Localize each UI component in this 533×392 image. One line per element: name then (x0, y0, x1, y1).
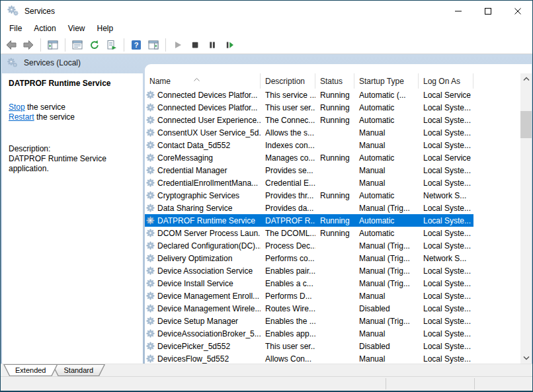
scroll-up-arrow-icon[interactable] (520, 73, 532, 85)
service-gear-icon (146, 128, 155, 137)
restart-service-line: Restart the service (9, 112, 136, 122)
service-description-cell: Credential E... (261, 176, 315, 189)
service-startup-type-cell: Automatic (354, 189, 419, 202)
service-description-cell: Performs D... (261, 290, 315, 302)
table-row[interactable]: Connected Devices Platfor...This user se… (145, 101, 473, 114)
service-startup-type-cell: Automatic (354, 101, 419, 114)
table-row[interactable]: CredentialEnrollmentMana...Credential E.… (145, 176, 473, 189)
back-icon[interactable] (3, 38, 19, 52)
table-row[interactable]: Data Sharing ServiceProvides da...Manual… (145, 202, 473, 214)
service-status-cell (315, 264, 354, 277)
service-startup-type-cell: Manual (Trig... (354, 252, 419, 264)
toolbar-separator (124, 38, 124, 52)
services-scope-icon (7, 58, 19, 68)
service-description-cell: This user ser... (261, 101, 315, 114)
table-row[interactable]: Credential ManagerProvides se...ManualLo… (145, 164, 473, 176)
service-logon-cell: Local Syste... (419, 101, 473, 114)
column-header-status[interactable]: Status (315, 73, 354, 89)
table-row[interactable]: DevicePicker_5d552This user ser...Disabl… (145, 340, 473, 352)
table-row[interactable]: Device Association ServiceEnables pair..… (145, 264, 473, 277)
service-gear-icon (146, 354, 155, 363)
restart-service-link[interactable]: Restart (9, 112, 34, 122)
maximize-button[interactable] (473, 1, 503, 21)
statusbar-divider (474, 378, 475, 389)
menu-view[interactable]: View (62, 22, 91, 35)
toolbar-separator (65, 38, 65, 52)
column-header-description[interactable]: Description (261, 73, 315, 89)
table-row[interactable]: Device Management Wirele...Routes Wire..… (145, 302, 473, 315)
table-row[interactable]: Connected User Experience...The Connec..… (145, 114, 473, 126)
menu-file[interactable]: File (3, 22, 28, 35)
column-header-startup-type[interactable]: Startup Type (354, 73, 419, 89)
service-name-cell: Connected User Experience... (145, 114, 261, 126)
menu-action[interactable]: Action (28, 22, 62, 35)
restart-suffix-text: the service (34, 112, 75, 122)
service-status-cell: Running (315, 189, 354, 202)
service-description-cell: This service ... (261, 89, 315, 101)
column-header-name[interactable]: Name (145, 73, 261, 89)
scrollbar-thumb[interactable] (520, 111, 532, 138)
services-app-icon (7, 5, 20, 17)
service-name-cell: Device Management Enroll... (145, 290, 261, 302)
column-header-log-on-as[interactable]: Log On As (419, 73, 473, 89)
service-description-cell: Enables the ... (261, 315, 315, 327)
pause-service-icon[interactable] (204, 38, 220, 52)
table-row[interactable]: Device Setup ManagerEnables the ...Manua… (145, 315, 473, 327)
export-list-icon[interactable] (104, 38, 120, 52)
refresh-icon[interactable] (87, 38, 102, 52)
table-row[interactable]: Connected Devices Platfor...This service… (145, 89, 473, 101)
service-status-cell (315, 327, 354, 340)
service-logon-cell: Local Syste... (419, 327, 473, 340)
service-gear-icon (146, 204, 155, 212)
service-logon-cell: Local Syste... (419, 227, 473, 239)
service-gear-icon (146, 292, 155, 300)
service-name-cell: DevicesFlow_5d552 (145, 352, 261, 364)
table-row[interactable]: DATPROF Runtime ServiceDATPROF R...Runni… (145, 214, 473, 227)
scroll-down-arrow-icon[interactable] (520, 352, 532, 364)
vertical-scrollbar[interactable] (520, 73, 532, 364)
restart-service-icon[interactable] (222, 38, 237, 52)
tab-label: Extended (4, 365, 57, 375)
show-console-tree-icon[interactable] (45, 38, 61, 52)
table-row[interactable]: CoreMessagingManages co...RunningAutomat… (145, 151, 473, 164)
table-row[interactable]: Delivery OptimizationPerforms co...Manua… (145, 252, 473, 264)
service-description-cell: Allows Con... (261, 352, 315, 364)
service-startup-type-cell: Manual (354, 352, 419, 364)
stop-service-icon[interactable] (187, 38, 203, 52)
start-service-icon[interactable] (170, 38, 186, 52)
table-row[interactable]: Declared Configuration(DC)...Process Dec… (145, 239, 473, 252)
table-row[interactable]: DevicesFlow_5d552Allows Con...ManualLoca… (145, 352, 473, 364)
tab-standard[interactable]: Standard (52, 364, 105, 376)
table-row[interactable]: Contact Data_5d552Indexes con...ManualLo… (145, 139, 473, 151)
forward-icon[interactable] (20, 38, 36, 52)
selected-service-title: DATPROF Runtime Service (9, 79, 136, 88)
tab-extended[interactable]: Extended (3, 364, 58, 376)
service-name-cell: Declared Configuration(DC)... (145, 239, 261, 252)
table-row[interactable]: Device Install ServiceEnables a c...Manu… (145, 277, 473, 290)
service-status-cell (315, 315, 354, 327)
extended-view-pane: DATPROF Runtime Service Stop the service… (2, 73, 143, 364)
stop-service-link[interactable]: Stop (9, 102, 25, 112)
table-row[interactable]: Cryptographic ServicesProvides thr...Run… (145, 189, 473, 202)
show-action-pane-icon[interactable] (145, 38, 161, 52)
service-gear-icon (146, 241, 155, 250)
minimize-button[interactable] (443, 1, 473, 21)
close-button[interactable] (503, 1, 532, 21)
service-description-cell: Provides da... (261, 202, 315, 214)
menu-help[interactable]: Help (91, 22, 120, 35)
table-row[interactable]: DeviceAssociationBroker_5...Enables app.… (145, 327, 473, 340)
service-status-cell (315, 164, 354, 176)
service-logon-cell: Local Syste... (419, 214, 473, 227)
service-status-cell (315, 139, 354, 151)
service-status-cell: Running (315, 227, 354, 239)
description-label: Description: (9, 144, 131, 154)
table-row[interactable]: Device Management Enroll...Performs D...… (145, 290, 473, 302)
table-row[interactable]: DCOM Server Process Laun...The DCOML...R… (145, 227, 473, 239)
table-row[interactable]: ConsentUX User Service_5d...Allows the s… (145, 126, 473, 139)
service-gear-icon (146, 266, 155, 275)
properties-icon[interactable] (69, 38, 85, 52)
service-startup-type-cell: Manual (354, 176, 419, 189)
service-status-cell (315, 252, 354, 264)
service-name-cell: Data Sharing Service (145, 202, 261, 214)
help-icon[interactable]: ? (128, 38, 144, 52)
